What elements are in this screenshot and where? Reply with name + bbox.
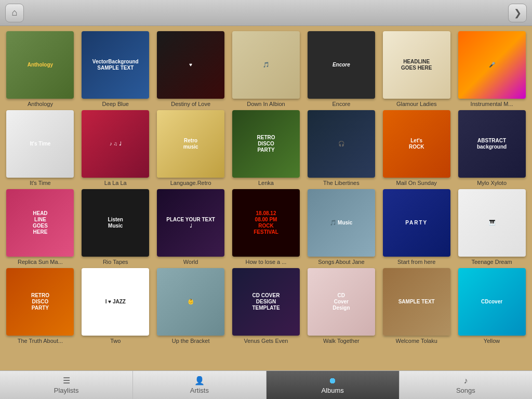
album-title-world: World <box>183 259 198 265</box>
album-title-mailonsunday: Mail On Sunday <box>396 180 437 186</box>
album-cover-lenka: RETRO DISCO PARTY <box>232 110 300 178</box>
main-content: AnthologyAnthologyVectorBackground SAMPL… <box>0 26 532 370</box>
album-cover-text-libertines: 🎧 <box>336 139 347 149</box>
album-cover-deepblue: VectorBackground SAMPLE TEXT <box>82 31 149 99</box>
album-item-itstime[interactable]: It's TimeIt's Time <box>4 110 76 186</box>
album-title-deepblue: Deep Blue <box>102 101 129 107</box>
footer-nav: ☰Playlists👤Artists⏺Albums♪Songs <box>0 370 532 399</box>
album-item-lalala[interactable]: ♪ ♫ ♩La La La <box>79 110 152 186</box>
album-title-lenka: Lenka <box>258 180 274 186</box>
album-item-start[interactable]: PARTYStart from here <box>380 189 453 265</box>
album-cover-venus: CD COVER DESIGN TEMPLATE <box>232 268 300 336</box>
album-item-mailonsunday[interactable]: Let's ROCKMail On Sunday <box>380 110 453 186</box>
album-title-walk: Walk Together <box>323 338 360 344</box>
album-cover-walk: CD Cover Design <box>308 268 375 336</box>
album-item-downalbion[interactable]: 🎵Down In Albion <box>230 31 302 107</box>
album-item-two[interactable]: I ♥ JAZZTwo <box>79 268 152 344</box>
album-cover-text-downalbion: 🎵 <box>261 60 271 70</box>
album-item-welcome[interactable]: SAMPLE TEXTWelcome Tolaku <box>380 268 453 344</box>
album-cover-text-two: I ♥ JAZZ <box>103 297 128 307</box>
album-cover-mylo: ABSTRACT background <box>458 110 526 178</box>
album-title-glamour: Glamour Ladies <box>396 101 437 107</box>
album-item-encore[interactable]: EncoreEncore <box>305 31 377 107</box>
album-cover-encore: Encore <box>308 31 375 99</box>
album-cover-two: I ♥ JAZZ <box>82 268 149 336</box>
album-title-truth: The Truth About... <box>18 338 63 344</box>
album-item-rio[interactable]: Listen MusicRio Tapes <box>79 189 152 265</box>
album-cover-anthology: Anthology <box>6 31 74 99</box>
album-item-upbracket[interactable]: 👶Up the Bracket <box>155 268 227 344</box>
album-cover-text-itstime: It's Time <box>28 139 52 149</box>
back-button[interactable]: ❯ <box>508 4 527 22</box>
album-item-retro[interactable]: Retro musicLanguage.Retro <box>155 110 227 186</box>
album-title-downalbion: Down In Albion <box>247 101 285 107</box>
album-cover-text-retro: Retro music <box>181 136 201 152</box>
album-cover-songs: 🎵 Music <box>308 189 375 257</box>
album-title-start: Start from here <box>397 259 435 265</box>
album-cover-text-yellow: CDcover <box>479 297 504 307</box>
album-cover-text-mailonsunday: Let's ROCK <box>407 136 426 152</box>
album-title-venus: Venus Gets Even <box>244 338 288 344</box>
album-title-destiny: Destiny of Love <box>171 101 210 107</box>
album-title-teenage: Teenage Dream <box>471 259 512 265</box>
tab-songs[interactable]: ♪Songs <box>400 371 532 399</box>
album-cover-text-destiny: ♥ <box>187 60 194 70</box>
album-cover-text-start: PARTY <box>403 218 430 228</box>
album-title-mylo: Mylo Xyloto <box>477 180 507 186</box>
album-item-lenka[interactable]: RETRO DISCO PARTYLenka <box>230 110 302 186</box>
tab-playlists[interactable]: ☰Playlists <box>0 371 133 399</box>
album-cover-text-venus: CD COVER DESIGN TEMPLATE <box>250 290 282 313</box>
album-item-destiny[interactable]: ♥Destiny of Love <box>155 31 227 107</box>
albums-icon: ⏺ <box>328 376 337 385</box>
album-title-replica: Replica Sun Ma... <box>18 259 63 265</box>
album-cover-truth: RETRO DISCO PARTY <box>6 268 74 336</box>
album-cover-upbracket: 👶 <box>157 268 224 336</box>
album-cover-instrumental: 🎤 <box>458 31 526 99</box>
album-cover-itstime: It's Time <box>6 110 74 178</box>
songs-icon: ♪ <box>463 376 468 385</box>
tab-albums[interactable]: ⏺Albums <box>267 371 400 399</box>
album-title-yellow: Yellow <box>484 338 500 344</box>
playlists-icon: ☰ <box>63 376 70 385</box>
albums-grid: AnthologyAnthologyVectorBackground SAMPL… <box>4 31 528 344</box>
album-title-rio: Rio Tapes <box>103 259 128 265</box>
album-item-anthology[interactable]: AnthologyAnthology <box>4 31 76 107</box>
album-title-lalala: La La La <box>104 180 127 186</box>
album-item-yellow[interactable]: CDcoverYellow <box>456 268 528 344</box>
album-cover-welcome: SAMPLE TEXT <box>383 268 450 336</box>
album-item-teenage[interactable]: 🎹Teenage Dream <box>456 189 528 265</box>
album-cover-yellow: CDcover <box>458 268 526 336</box>
album-title-encore: Encore <box>332 101 350 107</box>
album-cover-glamour: HEADLINE GOES HERE <box>383 31 450 99</box>
album-item-deepblue[interactable]: VectorBackground SAMPLE TEXTDeep Blue <box>79 31 152 107</box>
album-item-songs[interactable]: 🎵 MusicSongs About Jane <box>305 189 377 265</box>
album-cover-text-upbracket: 👶 <box>185 297 196 307</box>
album-cover-text-glamour: HEADLINE GOES HERE <box>399 57 434 73</box>
album-item-howtlose[interactable]: 18.08.12 08.00 PM ROCK FESTIVALHow to lo… <box>230 189 302 265</box>
album-cover-text-rio: Listen Music <box>106 215 125 231</box>
album-item-replica[interactable]: HEAD LINE GOES HEREReplica Sun Ma... <box>4 189 76 265</box>
tab-label-songs: Songs <box>456 387 475 394</box>
home-button[interactable]: ⌂ <box>5 4 24 22</box>
album-item-truth[interactable]: RETRO DISCO PARTYThe Truth About... <box>4 268 76 344</box>
tab-artists[interactable]: 👤Artists <box>133 371 266 399</box>
album-cover-text-deepblue: VectorBackground SAMPLE TEXT <box>90 57 141 73</box>
album-cover-downalbion: 🎵 <box>232 31 300 99</box>
album-item-venus[interactable]: CD COVER DESIGN TEMPLATEVenus Gets Even <box>230 268 302 344</box>
album-cover-text-world: PLACE YOUR TEXT ♩ <box>164 215 217 231</box>
album-cover-mailonsunday: Let's ROCK <box>383 110 450 178</box>
album-item-glamour[interactable]: HEADLINE GOES HEREGlamour Ladies <box>380 31 453 107</box>
album-cover-teenage: 🎹 <box>458 189 526 257</box>
album-item-walk[interactable]: CD Cover DesignWalk Together <box>305 268 377 344</box>
album-cover-text-truth: RETRO DISCO PARTY <box>29 290 51 313</box>
album-cover-lalala: ♪ ♫ ♩ <box>82 110 149 178</box>
album-cover-howtlose: 18.08.12 08.00 PM ROCK FESTIVAL <box>232 189 300 257</box>
album-cover-text-teenage: 🎹 <box>487 218 497 228</box>
album-title-welcome: Welcome Tolaku <box>396 338 437 344</box>
album-title-instrumental: Instrumental M... <box>471 101 513 107</box>
album-item-libertines[interactable]: 🎧The Libertines <box>305 110 377 186</box>
album-item-world[interactable]: PLACE YOUR TEXT ♩World <box>155 189 227 265</box>
album-item-mylo[interactable]: ABSTRACT backgroundMylo Xyloto <box>456 110 528 186</box>
album-cover-text-lenka: RETRO DISCO PARTY <box>255 132 277 155</box>
album-item-instrumental[interactable]: 🎤Instrumental M... <box>456 31 528 107</box>
